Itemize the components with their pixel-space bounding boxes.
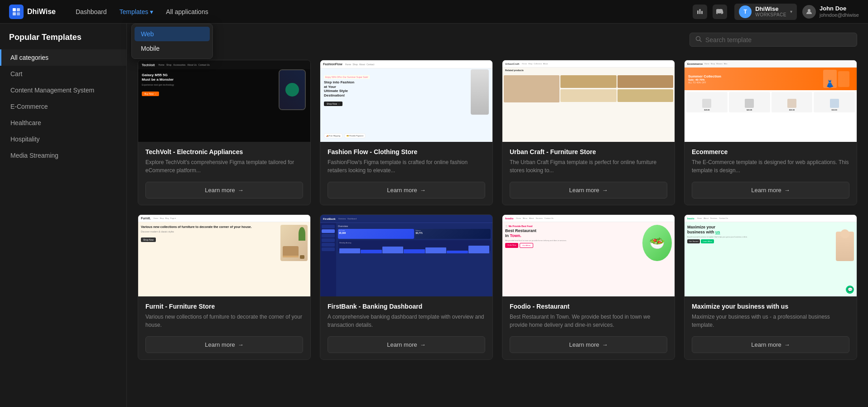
templates-grid: TechVolt Home Shop Accessories About Us … — [138, 60, 857, 360]
template-thumb-furnit: Furnit. HomeShopBlogPage ▾ Various new c… — [138, 215, 310, 296]
template-desc-bank: A comprehensive banking dashboard templa… — [328, 313, 485, 331]
template-info-ecommerce: Ecommerce The E-Commerce template is des… — [685, 142, 857, 176]
sidebar-item-cms[interactable]: Content Management System — [0, 82, 126, 98]
nav-links: Dashboard Templates ▾ All applications — [70, 5, 214, 18]
user-email: johndoe@dhiwise — [820, 12, 859, 18]
user-info: John Doe johndoe@dhiwise — [820, 5, 859, 18]
workspace-avatar: T — [739, 5, 752, 18]
template-desc-urban: The Urban Craft Figma template is perfec… — [510, 158, 667, 176]
template-desc-furnit: Various new collections of furniture to … — [145, 313, 303, 331]
template-desc-techvolt: Explore TechVolt's comprehensive Figma t… — [145, 158, 303, 176]
template-title-business: Maximize your business with us — [692, 303, 849, 310]
sidebar-item-hospitality[interactable]: Hospitality — [0, 131, 126, 147]
sidebar-item-ecommerce[interactable]: E-Commerce — [0, 98, 126, 115]
svg-rect-0 — [13, 8, 16, 11]
template-thumb-bank: FirstBank Overview Dashboard — [320, 215, 492, 296]
template-card-urban: UrbanCraft HomeShopCollectionAbout Relat… — [502, 60, 675, 205]
workspace-chevron-icon: ▾ — [790, 9, 792, 14]
avatar — [802, 5, 816, 19]
user-area[interactable]: John Doe johndoe@dhiwise — [802, 5, 859, 19]
learn-more-btn-techvolt[interactable]: Learn more → — [145, 182, 303, 199]
user-name: John Doe — [820, 5, 859, 12]
learn-more-btn-bank[interactable]: Learn more → — [328, 336, 485, 353]
template-title-restaurant: Foodio - Restaurant — [510, 303, 667, 310]
learn-more-btn-furnit[interactable]: Learn more → — [145, 336, 303, 353]
learn-more-btn-urban[interactable]: Learn more → — [510, 182, 667, 199]
nav-templates[interactable]: Templates ▾ — [114, 5, 159, 18]
template-title-techvolt: TechVolt - Electronic Appliances — [145, 148, 303, 155]
svg-rect-5 — [699, 9, 701, 14]
svg-rect-2 — [13, 12, 16, 15]
sidebar-item-media-streaming[interactable]: Media Streaming — [0, 147, 126, 164]
svg-line-9 — [700, 40, 702, 42]
template-card-fashion: FashionFlow HomeShopAboutContact Enjoy 5… — [320, 60, 493, 205]
logo-icon — [9, 5, 24, 19]
template-info-fashion: Fashion Flow - Clothing Store FashionFlo… — [320, 142, 492, 176]
dropdown-item-mobile[interactable]: Mobile — [135, 41, 210, 56]
template-title-ecommerce: Ecommerce — [692, 148, 849, 155]
template-desc-ecommerce: The E-Commerce template is designed for … — [692, 158, 849, 176]
nav-all-apps[interactable]: All applications — [160, 5, 213, 18]
workspace-selector[interactable]: T DhiWise WORKSPACE ▾ — [734, 4, 797, 20]
search-input[interactable] — [705, 36, 851, 44]
template-thumb-ecommerce: Ecommerce HomeShopWomenMen Summer Collec… — [685, 60, 857, 142]
svg-rect-3 — [17, 12, 20, 15]
template-card-furnit: Furnit. HomeShopBlogPage ▾ Various new c… — [138, 214, 311, 360]
svg-rect-1 — [17, 8, 20, 11]
template-desc-business: Maximize your business with us - a profe… — [692, 313, 849, 331]
template-info-furnit: Furnit - Furniture Store Various new col… — [138, 296, 310, 331]
template-info-business: Maximize your business with us Maximize … — [685, 296, 857, 331]
template-title-bank: FirstBank - Banking Dashboard — [328, 303, 485, 310]
main-layout: Popular Templates All categories Cart Co… — [0, 24, 868, 407]
sidebar-item-cart[interactable]: Cart — [0, 66, 126, 82]
workspace-name: DhiWise — [755, 5, 786, 13]
template-info-restaurant: Foodio - Restaurant Best Restaurant In T… — [502, 296, 675, 331]
template-info-techvolt: TechVolt - Electronic Appliances Explore… — [138, 142, 310, 176]
template-info-bank: FirstBank - Banking Dashboard A comprehe… — [320, 296, 492, 331]
search-icon — [695, 36, 702, 44]
template-desc-fashion: FashionFlow's Figma template is crafted … — [328, 158, 485, 176]
template-thumb-techvolt: TechVolt Home Shop Accessories About Us … — [138, 60, 310, 142]
nav-dashboard[interactable]: Dashboard — [70, 5, 112, 18]
template-thumb-business: basio Home About Services Contact Us Max… — [685, 215, 857, 296]
template-title-fashion: Fashion Flow - Clothing Store — [328, 148, 485, 155]
template-info-urban: Urban Craft - Furniture Store The Urban … — [502, 142, 675, 176]
content-area: TechVolt Home Shop Accessories About Us … — [127, 24, 868, 407]
svg-rect-4 — [697, 10, 699, 14]
workspace-info: DhiWise WORKSPACE — [755, 5, 786, 18]
sidebar: Popular Templates All categories Cart Co… — [0, 24, 127, 407]
template-thumb-fashion: FashionFlow HomeShopAboutContact Enjoy 5… — [320, 60, 492, 142]
nav-icons — [693, 5, 727, 19]
search-bar — [690, 33, 857, 47]
sidebar-item-healthcare[interactable]: Healthcare — [0, 115, 126, 131]
learn-more-btn-restaurant[interactable]: Learn more → — [510, 336, 667, 353]
dropdown-item-web[interactable]: Web — [135, 27, 210, 41]
template-title-urban: Urban Craft - Furniture Store — [510, 148, 667, 155]
learn-more-btn-ecommerce[interactable]: Learn more → — [692, 182, 849, 199]
workspace-label: WORKSPACE — [755, 12, 786, 18]
discord-icon-btn[interactable] — [713, 5, 727, 19]
template-thumb-urban: UrbanCraft HomeShopCollectionAbout Relat… — [502, 60, 675, 142]
template-card-business: basio Home About Services Contact Us Max… — [684, 214, 857, 360]
template-card-bank: FirstBank Overview Dashboard — [320, 214, 493, 360]
learn-more-btn-business[interactable]: Learn more → — [692, 336, 849, 353]
template-desc-restaurant: Best Restaurant In Town. We provide best… — [510, 313, 667, 331]
sidebar-item-all-categories[interactable]: All categories — [0, 49, 126, 66]
template-card-ecommerce: Ecommerce HomeShopWomenMen Summer Collec… — [684, 60, 857, 205]
sidebar-heading: Popular Templates — [0, 33, 126, 49]
templates-chevron-icon: ▾ — [150, 8, 153, 15]
tools-icon-btn[interactable] — [693, 5, 707, 19]
template-title-furnit: Furnit - Furniture Store — [145, 303, 303, 310]
template-card-techvolt: TechVolt Home Shop Accessories About Us … — [138, 60, 311, 205]
navbar: DhiWise Dashboard Templates ▾ All applic… — [0, 0, 868, 24]
template-card-restaurant: foodio Home Menu About Services Contact … — [502, 214, 675, 360]
learn-more-btn-fashion[interactable]: Learn more → — [328, 182, 485, 199]
svg-rect-6 — [701, 11, 703, 14]
logo-text: DhiWise — [27, 8, 56, 16]
logo[interactable]: DhiWise — [9, 5, 56, 19]
template-thumb-restaurant: foodio Home Menu About Services Contact … — [502, 215, 675, 296]
templates-dropdown: Web Mobile — [131, 24, 213, 59]
